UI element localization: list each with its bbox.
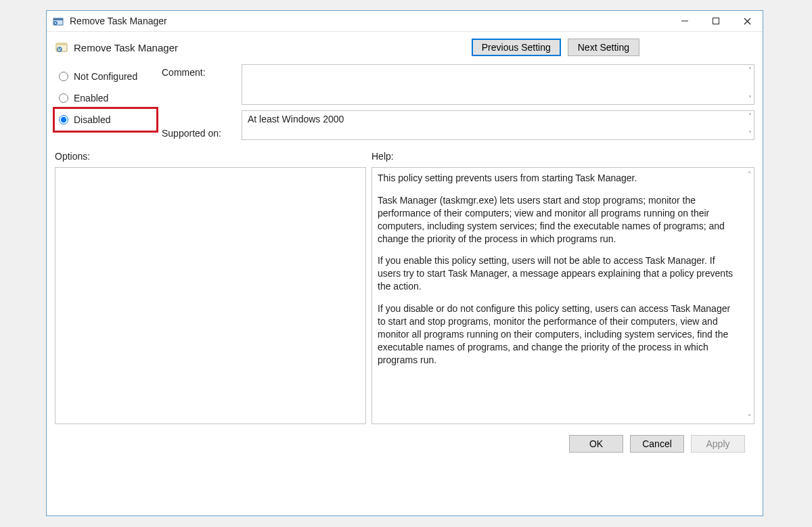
config-area: Not Configured Enabled Disabled Comment:… bbox=[47, 60, 763, 140]
svg-line-7 bbox=[744, 18, 750, 24]
svg-rect-3 bbox=[55, 22, 56, 24]
help-paragraph: If you enable this policy setting, users… bbox=[378, 254, 738, 293]
window-controls bbox=[669, 11, 763, 31]
cancel-button[interactable]: Cancel bbox=[630, 435, 684, 453]
radio-disabled-label: Disabled bbox=[74, 114, 110, 125]
policy-icon bbox=[52, 15, 64, 27]
scroll-up-icon[interactable]: ˄ bbox=[748, 113, 752, 120]
apply-button[interactable]: Apply bbox=[691, 435, 745, 453]
scroll-up-icon[interactable]: ˄ bbox=[748, 170, 751, 178]
radio-disabled[interactable]: Disabled bbox=[55, 109, 156, 131]
policy-template-icon bbox=[55, 41, 68, 54]
help-scroll: ˄ ˅ bbox=[748, 170, 751, 421]
scroll-up-icon[interactable]: ˄ bbox=[748, 67, 752, 74]
radio-not-configured-input[interactable] bbox=[59, 72, 68, 81]
options-label: Options: bbox=[55, 151, 371, 162]
help-paragraph: This policy setting prevents users from … bbox=[378, 172, 738, 185]
next-setting-button[interactable]: Next Setting bbox=[568, 39, 639, 56]
comment-scroll: ˄ ˅ bbox=[748, 67, 752, 102]
options-pane bbox=[55, 167, 366, 424]
svg-rect-5 bbox=[713, 18, 719, 24]
comment-field-wrap: ˄ ˅ bbox=[242, 64, 754, 105]
close-button[interactable] bbox=[731, 11, 763, 31]
header-row: Remove Task Manager Previous Setting Nex… bbox=[47, 32, 763, 60]
field-labels: Comment: Supported on: bbox=[162, 64, 236, 139]
nav-buttons: Previous Setting Next Setting bbox=[472, 39, 639, 56]
policy-dialog: Remove Task Manager Remove Task Manager bbox=[46, 10, 763, 516]
help-paragraph: If you disable or do not configure this … bbox=[378, 302, 738, 366]
panes: This policy setting prevents users from … bbox=[47, 163, 763, 431]
footer-buttons: OK Cancel Apply bbox=[47, 431, 763, 461]
radio-enabled-input[interactable] bbox=[59, 93, 68, 103]
supported-on-value: At least Windows 2000 bbox=[248, 114, 344, 124]
scroll-down-icon[interactable]: ˅ bbox=[748, 131, 752, 137]
svg-line-6 bbox=[744, 18, 750, 24]
svg-rect-9 bbox=[56, 43, 67, 45]
previous-setting-button[interactable]: Previous Setting bbox=[472, 39, 561, 56]
help-label: Help: bbox=[371, 151, 754, 162]
supported-field-wrap: At least Windows 2000 ˄ ˅ bbox=[242, 110, 754, 140]
radio-disabled-input[interactable] bbox=[59, 115, 68, 124]
help-paragraph: Task Manager (taskmgr.exe) lets users st… bbox=[378, 194, 738, 246]
supported-scroll: ˄ ˅ bbox=[748, 113, 752, 137]
comment-field[interactable] bbox=[242, 64, 754, 105]
ok-button[interactable]: OK bbox=[569, 435, 623, 453]
scroll-down-icon[interactable]: ˅ bbox=[748, 95, 752, 102]
supported-on-field: At least Windows 2000 bbox=[242, 110, 754, 140]
state-radios: Not Configured Enabled Disabled bbox=[55, 64, 156, 131]
policy-name: Remove Task Manager bbox=[74, 42, 472, 53]
radio-enabled[interactable]: Enabled bbox=[55, 87, 156, 109]
minimize-button[interactable] bbox=[669, 11, 700, 31]
supported-on-label: Supported on: bbox=[162, 116, 236, 139]
scroll-down-icon[interactable]: ˅ bbox=[748, 413, 751, 421]
field-inputs: ˄ ˅ At least Windows 2000 ˄ ˅ bbox=[242, 64, 754, 140]
svg-rect-1 bbox=[53, 18, 63, 20]
help-pane: This policy setting prevents users from … bbox=[371, 167, 754, 424]
radio-not-configured-label: Not Configured bbox=[74, 71, 137, 82]
radio-not-configured[interactable]: Not Configured bbox=[55, 66, 156, 87]
maximize-button[interactable] bbox=[700, 11, 731, 31]
titlebar: Remove Task Manager bbox=[47, 11, 763, 32]
comment-label: Comment: bbox=[162, 64, 236, 116]
radio-enabled-label: Enabled bbox=[74, 93, 108, 104]
pane-labels: Options: Help: bbox=[47, 140, 763, 163]
window-title: Remove Task Manager bbox=[70, 16, 669, 26]
